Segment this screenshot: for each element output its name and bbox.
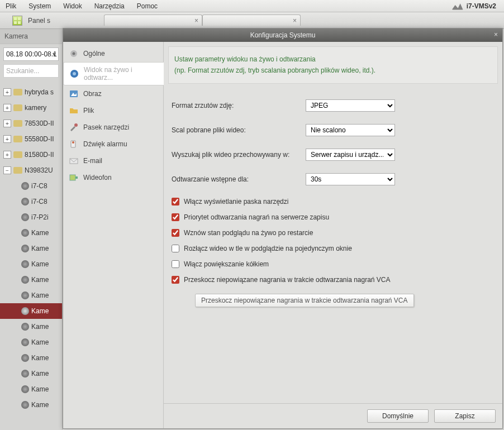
tree-label: Kame [31,276,49,284]
nav-videophone[interactable]: Wideofon [63,169,163,186]
tree-label: i7-C8 [31,198,47,206]
info-line-2: (np. Format zrzutów zdj, tryb scalania p… [174,65,492,76]
svg-rect-10 [70,175,75,180]
info-line-1: Ustaw parametry widoku na żywo i odtwarz… [174,54,492,65]
grid-view-icon[interactable] [12,16,22,26]
camera-node[interactable]: i7-P2i [0,209,62,225]
camera-icon [21,385,29,393]
expand-icon[interactable]: + [3,151,11,159]
tab[interactable]: × [104,15,202,26]
tab[interactable]: × [202,15,301,26]
close-icon[interactable]: × [293,17,297,25]
checkbox-input[interactable] [172,245,179,252]
collapse-icon[interactable]: − [3,166,11,174]
nav-toolbar[interactable]: Pasek narzędzi [63,119,163,136]
nav-label: Wideofon [83,174,112,181]
menu-tools[interactable]: Narzędzia [94,2,125,10]
nav-live-playback[interactable]: Widok na żywo i odtwarz... [63,62,164,85]
menu-file[interactable]: Plik [6,2,16,10]
expand-icon[interactable]: + [3,135,11,143]
menu-system[interactable]: System [28,2,51,10]
folder-icon [13,104,22,111]
camera-icon [21,370,29,378]
tree-label: Kame [31,323,49,331]
checkbox-resume-live[interactable]: Wznów stan podglądu na żywo po restarcie [172,229,498,237]
tabstrip: × × [104,15,301,28]
svg-point-1 [73,52,75,55]
camera-node[interactable]: Kame [0,335,62,350]
dialog-titlebar[interactable]: Konfiguracja Systemu × [63,28,502,42]
camera-node[interactable]: i7-C8 [0,178,62,194]
nav-image[interactable]: Obraz [63,85,163,102]
checkbox-input[interactable] [172,260,179,268]
camera-node[interactable]: Kame [0,381,62,397]
camera-node[interactable]: Kame [0,272,62,288]
folder-icon [13,89,22,95]
camera-node[interactable]: Kame [0,225,62,241]
camera-icon [21,401,29,409]
camera-node[interactable]: Kame [0,288,62,303]
camera-node[interactable]: Kame [0,256,62,272]
checkbox-disconnect-bg[interactable]: Rozłącz wideo w tle w podglądzie na poje… [172,245,498,252]
tree-label: hybryda s [25,88,54,96]
select-preplay[interactable]: 30s [306,173,395,185]
camera-icon [21,213,29,221]
camera-node-selected[interactable]: Kame [0,303,62,319]
nav-file[interactable]: Plik [63,102,163,119]
svg-point-8 [72,141,74,144]
select-search-video[interactable]: Serwer zapisu i urządz... [306,149,395,161]
tree-node[interactable]: +kamery [0,100,62,116]
checkbox-wheel-zoom[interactable]: Włącz powiększanie kółkiem [172,260,498,268]
nav-general[interactable]: Ogólne [63,45,163,62]
camera-icon [21,276,29,284]
checkbox-skip-vca[interactable]: Przeskocz niepowiązane nagrania w trakci… [172,276,498,284]
camera-node[interactable]: Kame [0,319,62,335]
menu-view[interactable]: Widok [63,2,82,10]
camera-node[interactable]: Kame [0,350,62,366]
expand-icon[interactable]: + [3,120,11,127]
tree-node[interactable]: +55580D-II [0,131,62,147]
email-icon [69,156,79,166]
tree-label: kamery [25,104,46,112]
checkbox-playback-priority[interactable]: Priorytet odtwarzania nagrań na serwerze… [172,213,498,221]
camera-node[interactable]: Kame [0,397,62,413]
close-icon[interactable]: × [494,31,498,39]
search-input[interactable]: Szukanie... [3,64,59,78]
videophone-icon [69,173,79,183]
checkbox-input[interactable] [172,276,179,284]
checkbox-label: Włącz wyświetlanie paska narzędzi [184,198,288,206]
camera-node[interactable]: Kame [0,366,62,381]
tree-node[interactable]: +78530D-II [0,116,62,131]
expand-icon[interactable]: + [3,104,11,112]
panel-label: Panel s [28,17,50,25]
camera-node[interactable]: Kame [0,241,62,256]
date-range-picker[interactable]: 08.18 00:00-08.1 [3,47,59,61]
camera-icon [21,323,29,331]
sidebar-header: Kamera [0,29,62,44]
select-format[interactable]: JPEG [306,99,395,112]
checkbox-input[interactable] [172,198,179,206]
tree-label: Kame [31,354,49,362]
checkbox-input[interactable] [172,213,179,221]
tools-icon [69,122,79,132]
expand-icon[interactable]: + [3,88,11,96]
nav-label: Plik [83,107,94,114]
nav-alarm-sound[interactable]: Dźwięk alarmu [63,136,163,152]
dialog-main: Ustaw parametry widoku na żywo i odtwarz… [164,42,502,428]
tree-node[interactable]: +hybryda s [0,84,62,100]
checkbox-input[interactable] [172,229,179,237]
tree-label: 78530D-II [25,120,54,127]
close-icon[interactable]: × [194,17,198,25]
nav-email[interactable]: E-mail [63,152,163,169]
checkbox-toolbar-display[interactable]: Włącz wyświetlanie paska narzędzi [172,198,498,206]
brand-icon [452,2,463,10]
default-button[interactable]: Domyślnie [367,409,429,423]
tree-label: Kame [31,229,49,237]
tree-node[interactable]: +81580D-II [0,147,62,163]
select-merge[interactable]: Nie scalono [306,124,395,136]
camera-node[interactable]: i7-C8 [0,194,62,209]
save-button[interactable]: Zapisz [434,409,496,423]
menu-help[interactable]: Pomoc [137,2,158,10]
tree-node-open[interactable]: −N39832U [0,163,62,178]
brand-label: i7-VMSv2 [467,2,496,10]
